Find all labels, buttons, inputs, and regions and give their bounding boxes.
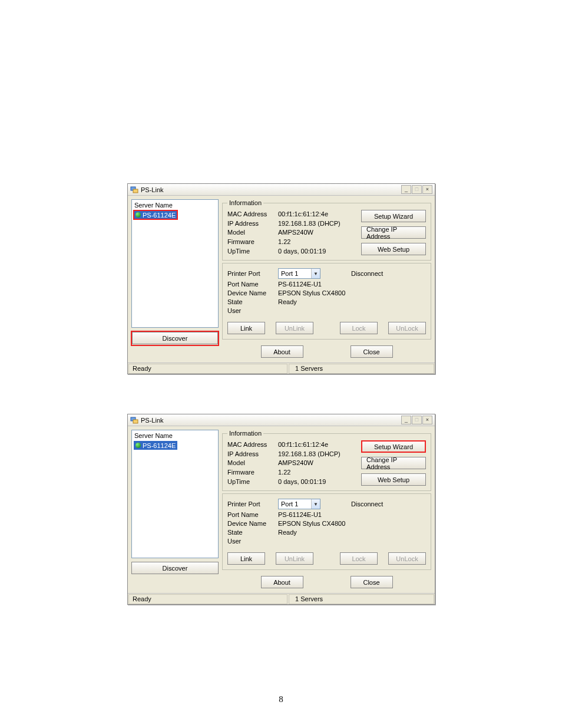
port-status: Disconnect [351, 270, 426, 277]
change-ip-button[interactable]: Change IP Address [361, 226, 426, 239]
window-title: PS-Link [141, 186, 401, 193]
left-pane: Server Name PS-61124E Discover [131, 199, 219, 361]
status-bar: Ready 1 Servers [128, 593, 435, 604]
printer-port-value: Port 1 [281, 500, 298, 508]
user-label: User [227, 307, 276, 314]
state-label: State [227, 298, 276, 305]
printer-port-select[interactable]: Port 1 ▼ [278, 499, 320, 509]
right-pane: Information MAC Address 00:f1:1c:61:12:4… [222, 199, 431, 361]
lock-button: Lock [340, 322, 378, 334]
information-group: Information MAC Address 00:f1:1c:61:12:4… [222, 430, 431, 491]
server-item-label: PS-61124E [143, 212, 176, 219]
ip-label: IP Address [227, 220, 276, 227]
port-name-label: Port Name [227, 281, 276, 288]
model-value: AMPS240W [278, 459, 359, 466]
port-group: Printer Port Port 1 ▼ Disconnect Port Na… [222, 263, 431, 340]
port-name-value: PS-61124E-U1 [278, 511, 426, 518]
server-item-label: PS-61124E [143, 442, 176, 449]
window-controls: _ □ × [401, 185, 432, 194]
firmware-value: 1.22 [278, 238, 359, 245]
web-setup-button[interactable]: Web Setup [361, 243, 426, 255]
ip-value: 192.168.1.83 (DHCP) [278, 220, 359, 227]
uptime-value: 0 days, 00:01:19 [278, 248, 359, 255]
device-name-value: EPSON Stylus CX4800 [278, 520, 426, 527]
setup-wizard-button[interactable]: Setup Wizard [361, 210, 426, 222]
minimize-button[interactable]: _ [401, 416, 411, 424]
model-label: Model [227, 229, 276, 236]
maximize-button: □ [412, 185, 422, 194]
maximize-button: □ [412, 416, 422, 424]
unlock-button: UnLock [388, 322, 426, 334]
status-bar: Ready 1 Servers [128, 363, 435, 374]
status-ready: Ready [128, 364, 287, 374]
user-label: User [227, 538, 276, 545]
about-button[interactable]: About [261, 576, 303, 588]
server-list-header: Server Name [133, 431, 217, 440]
server-list[interactable]: Server Name PS-61124E [131, 199, 219, 328]
firmware-label: Firmware [227, 469, 276, 476]
chevron-down-icon: ▼ [311, 269, 320, 278]
discover-highlight: Discover [131, 331, 219, 345]
discover-button[interactable]: Discover [131, 562, 219, 574]
status-servers: 1 Servers [289, 594, 434, 604]
chevron-down-icon: ▼ [311, 499, 320, 509]
close-dialog-button[interactable]: Close [351, 345, 393, 358]
port-group: Printer Port Port 1 ▼ Disconnect Port Na… [222, 493, 431, 570]
state-label: State [227, 529, 276, 536]
state-value: Ready [278, 529, 426, 536]
discover-button[interactable]: Discover [132, 332, 218, 344]
mac-label: MAC Address [227, 441, 276, 448]
pslink-window: PS-Link _ □ × Server Name PS-61124E Disc… [127, 183, 435, 374]
server-list-header: Server Name [133, 201, 217, 210]
change-ip-button[interactable]: Change IP Address [361, 457, 426, 469]
model-value: AMPS240W [278, 229, 359, 236]
firmware-label: Firmware [227, 238, 276, 245]
ip-value: 192.168.1.83 (DHCP) [278, 450, 359, 457]
server-item[interactable]: PS-61124E [134, 210, 177, 219]
app-icon [130, 186, 138, 194]
app-icon [130, 416, 138, 424]
uptime-value: 0 days, 00:01:19 [278, 478, 359, 485]
firmware-value: 1.22 [278, 469, 359, 476]
information-legend: Information [227, 199, 263, 206]
model-label: Model [227, 459, 276, 466]
link-button[interactable]: Link [227, 552, 265, 565]
client-area: Server Name PS-61124E Discover Informati… [128, 196, 435, 363]
bottom-buttons: About Close [222, 572, 431, 592]
uptime-label: UpTime [227, 478, 276, 485]
discover-wrap: Discover [131, 562, 219, 576]
mac-label: MAC Address [227, 210, 276, 218]
port-name-value: PS-61124E-U1 [278, 281, 426, 288]
about-button[interactable]: About [261, 345, 303, 358]
link-button[interactable]: Link [227, 322, 265, 334]
device-name-label: Device Name [227, 289, 276, 297]
window-controls: _ □ × [401, 416, 432, 424]
printer-port-select[interactable]: Port 1 ▼ [278, 268, 320, 279]
close-dialog-button[interactable]: Close [351, 576, 393, 588]
mac-value: 00:f1:1c:61:12:4e [278, 441, 359, 448]
device-name-value: EPSON Stylus CX4800 [278, 289, 426, 297]
web-setup-button[interactable]: Web Setup [361, 473, 426, 486]
server-item[interactable]: PS-61124E [134, 441, 177, 450]
title-bar[interactable]: PS-Link _ □ × [128, 414, 435, 426]
information-legend: Information [227, 430, 263, 437]
close-button[interactable]: × [422, 416, 432, 424]
title-bar[interactable]: PS-Link _ □ × [128, 184, 435, 196]
uptime-label: UpTime [227, 248, 276, 255]
device-name-label: Device Name [227, 520, 276, 527]
setup-wizard-button[interactable]: Setup Wizard [361, 440, 426, 453]
port-status: Disconnect [351, 500, 426, 508]
client-area: Server Name PS-61124E Discover Informati… [128, 426, 435, 593]
close-button[interactable]: × [422, 185, 432, 194]
status-dot-icon [135, 443, 141, 448]
left-pane: Server Name PS-61124E Discover [131, 430, 219, 592]
port-name-label: Port Name [227, 511, 276, 518]
window-title: PS-Link [141, 417, 401, 424]
pslink-window: PS-Link _ □ × Server Name PS-61124E Disc… [127, 414, 435, 605]
unlink-button: UnLink [276, 552, 313, 565]
minimize-button[interactable]: _ [401, 185, 411, 194]
svg-rect-1 [133, 189, 138, 193]
server-list[interactable]: Server Name PS-61124E [131, 430, 219, 558]
unlink-button: UnLink [276, 322, 313, 334]
right-pane: Information MAC Address 00:f1:1c:61:12:4… [222, 430, 431, 592]
